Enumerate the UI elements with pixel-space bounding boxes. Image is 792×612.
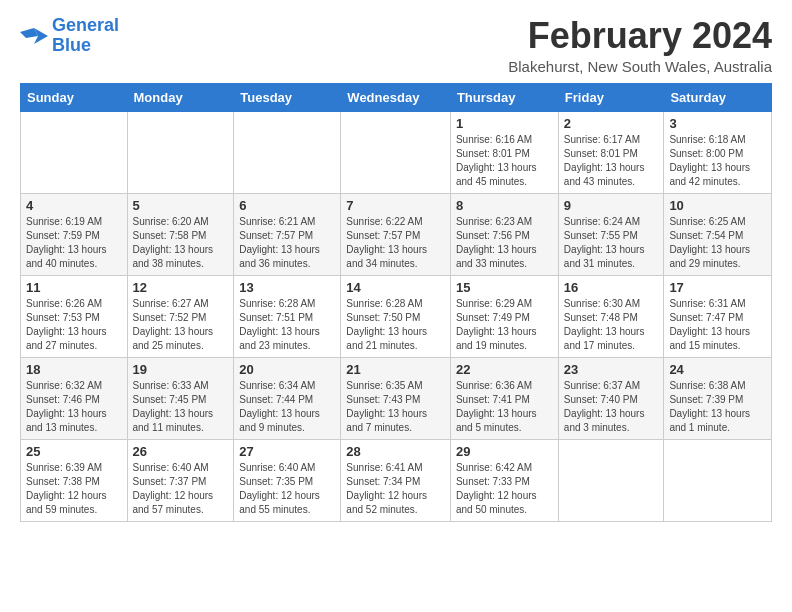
day-number: 6 xyxy=(239,198,335,213)
calendar-cell: 21Sunrise: 6:35 AMSunset: 7:43 PMDayligh… xyxy=(341,357,451,439)
header-monday: Monday xyxy=(127,83,234,111)
logo-general: General xyxy=(52,15,119,35)
calendar-cell: 14Sunrise: 6:28 AMSunset: 7:50 PMDayligh… xyxy=(341,275,451,357)
page-subtitle: Blakehurst, New South Wales, Australia xyxy=(508,58,772,75)
calendar-cell: 4Sunrise: 6:19 AMSunset: 7:59 PMDaylight… xyxy=(21,193,128,275)
day-number: 16 xyxy=(564,280,659,295)
day-detail: Sunrise: 6:16 AMSunset: 8:01 PMDaylight:… xyxy=(456,133,553,189)
calendar-cell: 11Sunrise: 6:26 AMSunset: 7:53 PMDayligh… xyxy=(21,275,128,357)
day-detail: Sunrise: 6:26 AMSunset: 7:53 PMDaylight:… xyxy=(26,297,122,353)
header-thursday: Thursday xyxy=(450,83,558,111)
day-detail: Sunrise: 6:38 AMSunset: 7:39 PMDaylight:… xyxy=(669,379,766,435)
day-number: 1 xyxy=(456,116,553,131)
calendar-cell: 18Sunrise: 6:32 AMSunset: 7:46 PMDayligh… xyxy=(21,357,128,439)
day-detail: Sunrise: 6:19 AMSunset: 7:59 PMDaylight:… xyxy=(26,215,122,271)
calendar-cell: 25Sunrise: 6:39 AMSunset: 7:38 PMDayligh… xyxy=(21,439,128,521)
calendar-cell: 12Sunrise: 6:27 AMSunset: 7:52 PMDayligh… xyxy=(127,275,234,357)
calendar-cell: 16Sunrise: 6:30 AMSunset: 7:48 PMDayligh… xyxy=(558,275,664,357)
page-header: General Blue February 2024 Blakehurst, N… xyxy=(20,16,772,75)
day-detail: Sunrise: 6:28 AMSunset: 7:51 PMDaylight:… xyxy=(239,297,335,353)
day-detail: Sunrise: 6:42 AMSunset: 7:33 PMDaylight:… xyxy=(456,461,553,517)
day-detail: Sunrise: 6:37 AMSunset: 7:40 PMDaylight:… xyxy=(564,379,659,435)
day-number: 4 xyxy=(26,198,122,213)
day-number: 20 xyxy=(239,362,335,377)
page-title: February 2024 xyxy=(508,16,772,56)
calendar-cell: 26Sunrise: 6:40 AMSunset: 7:37 PMDayligh… xyxy=(127,439,234,521)
day-detail: Sunrise: 6:40 AMSunset: 7:35 PMDaylight:… xyxy=(239,461,335,517)
calendar-cell: 27Sunrise: 6:40 AMSunset: 7:35 PMDayligh… xyxy=(234,439,341,521)
calendar-table: SundayMondayTuesdayWednesdayThursdayFrid… xyxy=(20,83,772,522)
day-detail: Sunrise: 6:34 AMSunset: 7:44 PMDaylight:… xyxy=(239,379,335,435)
day-number: 7 xyxy=(346,198,445,213)
day-number: 14 xyxy=(346,280,445,295)
title-block: February 2024 Blakehurst, New South Wale… xyxy=(508,16,772,75)
calendar-cell xyxy=(664,439,772,521)
day-number: 8 xyxy=(456,198,553,213)
calendar-week-4: 18Sunrise: 6:32 AMSunset: 7:46 PMDayligh… xyxy=(21,357,772,439)
calendar-cell: 28Sunrise: 6:41 AMSunset: 7:34 PMDayligh… xyxy=(341,439,451,521)
calendar-cell: 24Sunrise: 6:38 AMSunset: 7:39 PMDayligh… xyxy=(664,357,772,439)
calendar-cell: 10Sunrise: 6:25 AMSunset: 7:54 PMDayligh… xyxy=(664,193,772,275)
day-number: 24 xyxy=(669,362,766,377)
day-number: 10 xyxy=(669,198,766,213)
day-number: 29 xyxy=(456,444,553,459)
day-detail: Sunrise: 6:29 AMSunset: 7:49 PMDaylight:… xyxy=(456,297,553,353)
day-detail: Sunrise: 6:21 AMSunset: 7:57 PMDaylight:… xyxy=(239,215,335,271)
day-detail: Sunrise: 6:39 AMSunset: 7:38 PMDaylight:… xyxy=(26,461,122,517)
header-saturday: Saturday xyxy=(664,83,772,111)
calendar-cell: 29Sunrise: 6:42 AMSunset: 7:33 PMDayligh… xyxy=(450,439,558,521)
calendar-cell: 5Sunrise: 6:20 AMSunset: 7:58 PMDaylight… xyxy=(127,193,234,275)
day-number: 18 xyxy=(26,362,122,377)
calendar-cell: 1Sunrise: 6:16 AMSunset: 8:01 PMDaylight… xyxy=(450,111,558,193)
day-number: 22 xyxy=(456,362,553,377)
calendar-week-1: 1Sunrise: 6:16 AMSunset: 8:01 PMDaylight… xyxy=(21,111,772,193)
day-number: 13 xyxy=(239,280,335,295)
day-detail: Sunrise: 6:27 AMSunset: 7:52 PMDaylight:… xyxy=(133,297,229,353)
day-detail: Sunrise: 6:35 AMSunset: 7:43 PMDaylight:… xyxy=(346,379,445,435)
calendar-cell xyxy=(341,111,451,193)
header-wednesday: Wednesday xyxy=(341,83,451,111)
day-detail: Sunrise: 6:25 AMSunset: 7:54 PMDaylight:… xyxy=(669,215,766,271)
header-tuesday: Tuesday xyxy=(234,83,341,111)
calendar-cell: 20Sunrise: 6:34 AMSunset: 7:44 PMDayligh… xyxy=(234,357,341,439)
day-number: 23 xyxy=(564,362,659,377)
logo-blue: Blue xyxy=(52,35,91,55)
day-number: 17 xyxy=(669,280,766,295)
calendar-cell xyxy=(127,111,234,193)
header-sunday: Sunday xyxy=(21,83,128,111)
calendar-cell: 15Sunrise: 6:29 AMSunset: 7:49 PMDayligh… xyxy=(450,275,558,357)
day-detail: Sunrise: 6:28 AMSunset: 7:50 PMDaylight:… xyxy=(346,297,445,353)
header-friday: Friday xyxy=(558,83,664,111)
calendar-cell: 17Sunrise: 6:31 AMSunset: 7:47 PMDayligh… xyxy=(664,275,772,357)
calendar-cell: 2Sunrise: 6:17 AMSunset: 8:01 PMDaylight… xyxy=(558,111,664,193)
day-detail: Sunrise: 6:41 AMSunset: 7:34 PMDaylight:… xyxy=(346,461,445,517)
day-detail: Sunrise: 6:22 AMSunset: 7:57 PMDaylight:… xyxy=(346,215,445,271)
logo-bird-icon xyxy=(20,24,48,48)
day-detail: Sunrise: 6:32 AMSunset: 7:46 PMDaylight:… xyxy=(26,379,122,435)
day-detail: Sunrise: 6:20 AMSunset: 7:58 PMDaylight:… xyxy=(133,215,229,271)
day-detail: Sunrise: 6:40 AMSunset: 7:37 PMDaylight:… xyxy=(133,461,229,517)
logo: General Blue xyxy=(20,16,119,56)
day-detail: Sunrise: 6:36 AMSunset: 7:41 PMDaylight:… xyxy=(456,379,553,435)
calendar-cell: 19Sunrise: 6:33 AMSunset: 7:45 PMDayligh… xyxy=(127,357,234,439)
calendar-cell xyxy=(234,111,341,193)
calendar-cell: 8Sunrise: 6:23 AMSunset: 7:56 PMDaylight… xyxy=(450,193,558,275)
calendar-cell xyxy=(558,439,664,521)
calendar-cell: 9Sunrise: 6:24 AMSunset: 7:55 PMDaylight… xyxy=(558,193,664,275)
day-number: 28 xyxy=(346,444,445,459)
day-number: 19 xyxy=(133,362,229,377)
calendar-week-5: 25Sunrise: 6:39 AMSunset: 7:38 PMDayligh… xyxy=(21,439,772,521)
logo-text: General Blue xyxy=(52,16,119,56)
day-number: 27 xyxy=(239,444,335,459)
calendar-cell xyxy=(21,111,128,193)
day-number: 21 xyxy=(346,362,445,377)
calendar-cell: 22Sunrise: 6:36 AMSunset: 7:41 PMDayligh… xyxy=(450,357,558,439)
day-detail: Sunrise: 6:33 AMSunset: 7:45 PMDaylight:… xyxy=(133,379,229,435)
day-number: 3 xyxy=(669,116,766,131)
calendar-cell: 7Sunrise: 6:22 AMSunset: 7:57 PMDaylight… xyxy=(341,193,451,275)
day-number: 25 xyxy=(26,444,122,459)
calendar-cell: 3Sunrise: 6:18 AMSunset: 8:00 PMDaylight… xyxy=(664,111,772,193)
day-detail: Sunrise: 6:30 AMSunset: 7:48 PMDaylight:… xyxy=(564,297,659,353)
day-number: 9 xyxy=(564,198,659,213)
calendar-cell: 13Sunrise: 6:28 AMSunset: 7:51 PMDayligh… xyxy=(234,275,341,357)
